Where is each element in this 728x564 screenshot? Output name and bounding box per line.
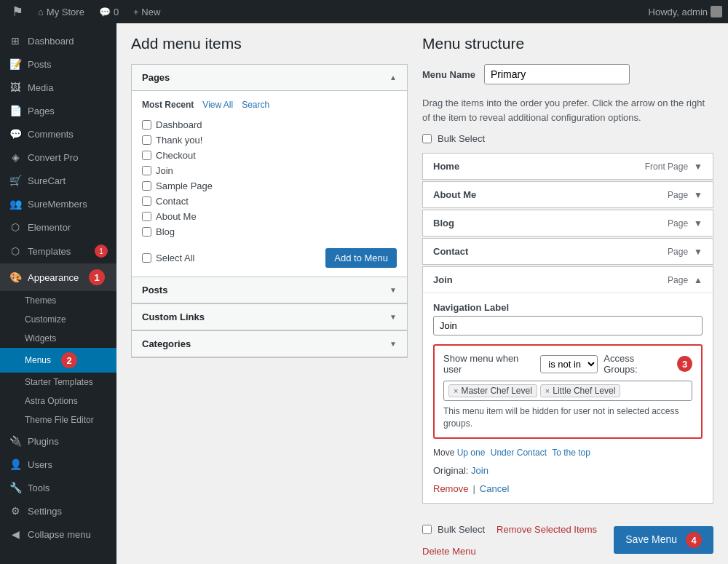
custom-links-section: Custom Links ▼ (131, 304, 408, 331)
bulk-select-checkbox-top[interactable] (422, 134, 432, 143)
dashboard-checkbox[interactable] (142, 120, 151, 130)
add-to-menu-button[interactable]: Add to Menu (325, 248, 397, 268)
move-under-contact-link[interactable]: Under Contact (491, 448, 547, 458)
select-all-checkbox[interactable] (142, 253, 151, 263)
sidebar-item-settings[interactable]: ⚙ Settings (0, 499, 116, 523)
action-divider: | (472, 483, 475, 494)
sidebar-item-themes[interactable]: Themes (0, 291, 116, 310)
nav-label-input[interactable] (433, 316, 703, 335)
sidebar-item-tools[interactable]: 🔧 Tools (0, 476, 116, 499)
menu-item-join-header[interactable]: Join Page ▲ (423, 267, 713, 293)
about-me-item-type: Page (668, 190, 688, 200)
sidebar-label-theme-file-editor: Theme File Editor (25, 415, 94, 425)
list-item: Contact (142, 194, 397, 209)
remove-master-chef-icon[interactable]: × (454, 386, 458, 395)
menu-description: Drag the items into the order you prefer… (422, 96, 713, 124)
step-badge-4: 4 (686, 532, 702, 548)
list-item: Checkout (142, 148, 397, 163)
wp-logo-icon: ⚑ (12, 4, 23, 20)
bottom-left: Bulk Select Remove Selected Items Delete… (422, 524, 597, 557)
wp-logo-link[interactable]: ⚑ (6, 0, 29, 23)
access-tags-container[interactable]: × Master Chef Level × Little Chef Level (443, 381, 692, 401)
sidebar-item-dashboard[interactable]: ⊞ Dashboard (0, 29, 116, 52)
menu-item-blog-header[interactable]: Blog Page ▼ (423, 210, 713, 236)
tab-most-recent[interactable]: Most Recent (142, 100, 194, 110)
dashboard-icon: ⊞ (9, 35, 22, 47)
sidebar-item-users[interactable]: 👤 Users (0, 453, 116, 476)
sidebar-item-pages[interactable]: 📄 Pages (0, 99, 116, 122)
sidebar-item-media[interactable]: 🖼 Media (0, 76, 116, 99)
comments-link[interactable]: 💬 0 (93, 0, 124, 23)
remove-little-chef-icon[interactable]: × (545, 386, 550, 395)
about-me-item-right: Page ▼ (668, 190, 703, 200)
sidebar-item-menus[interactable]: Menus 2 (0, 348, 116, 373)
new-content-link[interactable]: + New (127, 0, 166, 23)
sidebar-label-convert-pro: Convert Pro (28, 152, 78, 163)
move-to-top-link[interactable]: To the top (552, 448, 590, 458)
contact-expand-button[interactable]: ▼ (694, 247, 703, 257)
categories-accordion-header[interactable]: Categories ▼ (132, 331, 407, 357)
sidebar-item-surecart[interactable]: 🛒 SureCart (0, 169, 116, 192)
access-description: This menu item will be hidden for user n… (443, 405, 692, 430)
join-checkbox[interactable] (142, 166, 151, 175)
select-all-label[interactable]: Select All (142, 253, 194, 263)
sample-page-checkbox[interactable] (142, 181, 151, 191)
home-expand-button[interactable]: ▼ (694, 162, 703, 172)
menu-name-input[interactable] (484, 64, 630, 84)
posts-section: Posts ▼ (131, 277, 408, 304)
access-condition-select[interactable]: is not in is in (540, 355, 598, 373)
original-link[interactable]: Join (471, 465, 488, 476)
menu-structure-panel: Menu structure Menu Name Drag the items … (422, 35, 713, 557)
delete-menu-link[interactable]: Delete Menu (422, 546, 476, 557)
sidebar-item-appearance[interactable]: 🎨 Appearance 1 (0, 263, 116, 291)
pages-accordion-header[interactable]: Pages ▲ (132, 65, 407, 91)
bulk-select-checkbox-bottom[interactable] (422, 525, 432, 534)
save-menu-button[interactable]: Save Menu 4 (614, 526, 713, 554)
custom-links-accordion-header[interactable]: Custom Links ▼ (132, 304, 407, 330)
tag-master-chef-label: Master Chef Level (461, 386, 531, 396)
checkout-checkbox[interactable] (142, 151, 151, 160)
blog-expand-button[interactable]: ▼ (694, 218, 703, 229)
about-me-checkbox[interactable] (142, 212, 151, 221)
pages-list: Dashboard Thank you! Checkout (142, 117, 397, 239)
sidebar-item-posts[interactable]: 📝 Posts (0, 52, 116, 76)
bulk-select-row-bottom: Bulk Select Remove Selected Items (422, 524, 597, 535)
join-item-right: Page ▲ (668, 275, 703, 285)
about-me-expand-button[interactable]: ▼ (694, 190, 703, 200)
sidebar-item-templates[interactable]: ⬡ Templates 1 (0, 239, 116, 263)
menu-item-contact-header[interactable]: Contact Page ▼ (423, 239, 713, 264)
move-up-one-link[interactable]: Up one (457, 448, 486, 458)
sidebar-label-themes: Themes (25, 295, 56, 306)
action-row: Remove | Cancel (433, 483, 703, 494)
sidebar-item-collapse[interactable]: ◀ Collapse menu (0, 523, 116, 546)
sidebar-item-plugins[interactable]: 🔌 Plugins (0, 429, 116, 453)
sidebar-label-collapse: Collapse menu (28, 529, 91, 540)
sidebar-item-starter-templates[interactable]: Starter Templates (0, 373, 116, 392)
sidebar-item-widgets[interactable]: Widgets (0, 329, 116, 348)
join-item-type: Page (668, 275, 688, 285)
thankyou-checkbox[interactable] (142, 135, 151, 145)
tab-view-all[interactable]: View All (202, 100, 233, 110)
sidebar-item-comments[interactable]: 💬 Comments (0, 122, 116, 146)
site-name-link[interactable]: ⌂ My Store (32, 0, 90, 23)
cancel-link[interactable]: Cancel (480, 483, 509, 494)
sidebar-item-astra-options[interactable]: Astra Options (0, 392, 116, 410)
sidebar-item-theme-file-editor[interactable]: Theme File Editor (0, 410, 116, 429)
sidebar-item-suremembers[interactable]: 👥 SureMembers (0, 192, 116, 215)
convert-pro-icon: ◈ (9, 151, 22, 163)
remove-selected-button[interactable]: Remove Selected Items (496, 524, 597, 535)
blog-checkbox[interactable] (142, 227, 151, 237)
remove-link[interactable]: Remove (433, 483, 468, 494)
sidebar-item-elementor[interactable]: ⬡ Elementor (0, 215, 116, 239)
join-expand-button[interactable]: ▲ (694, 275, 703, 285)
contact-checkbox[interactable] (142, 196, 151, 206)
avatar (711, 6, 722, 17)
tab-search[interactable]: Search (242, 100, 269, 110)
sidebar-item-customize[interactable]: Customize (0, 310, 116, 329)
menu-item-home-header[interactable]: Home Front Page ▼ (423, 154, 713, 179)
sidebar-item-convert-pro[interactable]: ◈ Convert Pro (0, 146, 116, 169)
plugins-icon: 🔌 (9, 435, 22, 447)
menu-item-about-me-header[interactable]: About Me Page ▼ (423, 182, 713, 207)
page-about-me: About Me (156, 211, 197, 222)
posts-accordion-header[interactable]: Posts ▼ (132, 277, 407, 303)
